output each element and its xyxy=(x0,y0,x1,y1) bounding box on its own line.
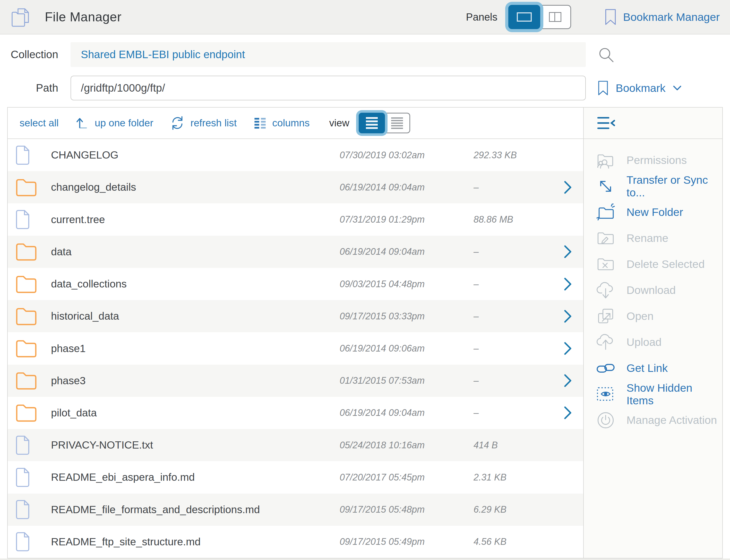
chevron-right-icon xyxy=(564,342,572,355)
single-panel-button[interactable] xyxy=(508,5,540,29)
download-icon xyxy=(596,281,615,300)
action-permissions: Permissions xyxy=(584,147,722,173)
file-size: 414 B xyxy=(474,440,564,451)
open-folder-chevron[interactable] xyxy=(564,342,583,355)
file-icon xyxy=(15,467,31,488)
file-row[interactable]: changelog_details 06/19/2014 09:04am – xyxy=(8,171,583,203)
open-folder-chevron[interactable] xyxy=(564,406,583,419)
bookmark-button[interactable]: Bookmark xyxy=(598,80,682,96)
path-input[interactable] xyxy=(71,76,586,100)
file-size: – xyxy=(474,246,564,257)
file-row[interactable]: data_collections 09/03/2015 04:48pm – xyxy=(8,268,583,300)
open-folder-chevron[interactable] xyxy=(564,245,583,258)
columns-button[interactable]: columns xyxy=(254,117,309,129)
file-size: 4.56 KB xyxy=(474,536,564,547)
refresh-list-button[interactable]: refresh list xyxy=(170,116,237,130)
file-date: 05/24/2018 10:16am xyxy=(339,440,474,451)
open-folder-chevron[interactable] xyxy=(564,374,583,387)
file-name: PRIVACY-NOTICE.txt xyxy=(41,439,339,451)
new-folder-icon xyxy=(596,203,615,222)
open-folder-chevron[interactable] xyxy=(564,310,583,323)
action-get-link[interactable]: Get Link xyxy=(584,355,722,381)
folder-icon xyxy=(15,403,37,422)
open-folder-chevron[interactable] xyxy=(564,181,583,194)
action-label: Get Link xyxy=(627,362,668,374)
file-name: README_ebi_aspera_info.md xyxy=(41,471,339,483)
open-folder-chevron[interactable] xyxy=(564,277,583,291)
action-label: Delete Selected xyxy=(627,258,705,270)
file-row[interactable]: phase1 06/19/2014 09:06am – xyxy=(8,332,583,364)
action-new-folder[interactable]: New Folder xyxy=(584,199,722,225)
view-toggle-group: view xyxy=(329,113,410,133)
chevron-right-icon xyxy=(564,245,572,258)
rename-icon xyxy=(596,229,615,248)
up-one-folder-button[interactable]: up one folder xyxy=(76,116,153,130)
chevron-right-icon xyxy=(564,310,572,323)
bottom-strip xyxy=(0,558,730,560)
action-label: Permissions xyxy=(627,154,687,167)
collection-input[interactable]: Shared EMBL-EBI public endpoint xyxy=(71,42,586,67)
file-icon xyxy=(15,499,31,520)
file-date: 09/17/2015 05:49pm xyxy=(339,536,474,547)
file-row[interactable]: PRIVACY-NOTICE.txt 05/24/2018 10:16am 41… xyxy=(8,429,583,461)
page-title: File Manager xyxy=(45,10,121,24)
location-section: Collection Shared EMBL-EBI public endpoi… xyxy=(0,34,730,107)
action-label: Download xyxy=(627,284,676,296)
file-row[interactable]: phase3 01/31/2015 07:53am – xyxy=(8,365,583,397)
search-button[interactable] xyxy=(598,46,614,63)
detail-view-button[interactable] xyxy=(384,113,410,133)
action-rename: Rename xyxy=(584,225,722,251)
columns-icon xyxy=(254,117,266,129)
file-row[interactable]: README_ebi_aspera_info.md 07/20/2017 05:… xyxy=(8,461,583,493)
show-hidden-icon xyxy=(596,384,615,404)
file-row[interactable]: pilot_data 06/19/2014 09:04am – xyxy=(8,397,583,429)
file-row[interactable]: historical_data 09/17/2015 03:33pm – xyxy=(8,300,583,332)
action-label: Open xyxy=(627,310,654,322)
transfer-icon xyxy=(596,177,615,196)
file-row[interactable]: data 06/19/2014 09:04am – xyxy=(8,236,583,268)
select-all-button[interactable]: select all xyxy=(20,117,59,129)
action-transfer[interactable]: Transfer or Sync to... xyxy=(584,173,722,199)
actions-sidebar: Permissions Transfer or Sync to... xyxy=(583,108,722,558)
file-row[interactable]: CHANGELOG 07/30/2019 03:02am 292.33 KB xyxy=(8,139,583,171)
delete-selected-icon xyxy=(596,255,615,274)
collapse-panel-icon xyxy=(597,116,616,130)
file-name: phase1 xyxy=(41,343,339,355)
bookmark-label: Bookmark xyxy=(616,82,666,94)
file-date: 07/31/2019 01:29pm xyxy=(339,214,474,225)
dual-panel-button[interactable] xyxy=(539,5,571,29)
folder-icon xyxy=(15,242,37,261)
file-date: 07/30/2019 03:02am xyxy=(339,150,474,161)
bookmark-manager-link[interactable]: Bookmark Manager xyxy=(605,8,720,25)
file-date: 01/31/2015 07:53am xyxy=(339,375,474,386)
list-view-icon xyxy=(366,117,378,129)
file-row[interactable]: README_file_formats_and_descriptions.md … xyxy=(8,494,583,526)
file-name: README_file_formats_and_descriptions.md xyxy=(41,504,339,516)
file-date: 09/03/2015 04:48pm xyxy=(339,279,474,290)
action-show-hidden[interactable]: Show Hidden Items xyxy=(584,381,722,407)
folder-icon xyxy=(15,339,37,358)
action-label: Transfer or Sync to... xyxy=(627,174,722,199)
file-browser: select all up one folder xyxy=(8,108,583,558)
file-date: 06/19/2014 09:04am xyxy=(339,182,474,193)
file-size: – xyxy=(474,375,564,386)
header-right: Panels Bookmark Manager xyxy=(466,5,720,29)
action-download: Download xyxy=(584,277,722,303)
single-panel-icon xyxy=(517,12,532,22)
list-view-button[interactable] xyxy=(359,113,385,133)
file-name: README_ftp_site_structure.md xyxy=(41,536,339,548)
file-row[interactable]: current.tree 07/31/2019 01:29pm 88.86 MB xyxy=(8,203,583,235)
file-icon xyxy=(15,531,31,552)
file-row[interactable]: README_ftp_site_structure.md 09/17/2015 … xyxy=(8,526,583,558)
folder-icon xyxy=(15,307,37,326)
panels-toggle xyxy=(508,5,571,29)
view-label: view xyxy=(329,117,349,129)
file-name: data xyxy=(41,246,339,258)
file-name: CHANGELOG xyxy=(41,149,339,161)
get-link-icon xyxy=(596,358,615,378)
collapse-sidebar-button[interactable] xyxy=(597,116,616,130)
path-label: Path xyxy=(10,82,58,94)
bookmark-icon xyxy=(598,80,609,96)
chevron-right-icon xyxy=(564,181,572,194)
folder-icon xyxy=(15,371,37,390)
